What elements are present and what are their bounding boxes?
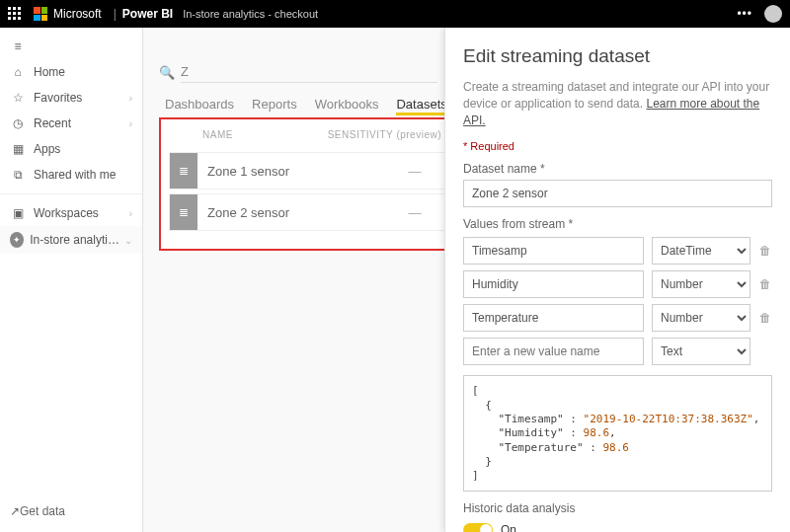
sidebar: ≡ ⌂Home ☆Favorites› ◷Recent› ▦Apps ⧉Shar… xyxy=(0,28,143,532)
shared-icon: ⧉ xyxy=(10,168,26,182)
dataset-name-label: Dataset name * xyxy=(463,162,772,176)
sidebar-item-label: In-store analytics -... xyxy=(30,233,124,247)
stream-field-row: DateTime 🗑 xyxy=(463,237,772,265)
values-label: Values from stream * xyxy=(463,217,772,231)
column-sensitivity: SENSITIVITY (preview) xyxy=(328,129,441,140)
dataset-list: NAME SENSITIVITY (preview) ≣ Zone 1 sens… xyxy=(159,117,455,251)
dataset-name: Zone 2 sensor xyxy=(198,205,385,220)
delete-field-icon[interactable]: 🗑 xyxy=(758,277,772,291)
dataset-icon: ≣ xyxy=(170,194,198,230)
dataset-name-input[interactable] xyxy=(463,180,772,207)
hamburger-icon: ≡ xyxy=(10,39,26,53)
tab-datasets[interactable]: Datasets xyxy=(396,97,446,112)
home-icon: ⌂ xyxy=(10,65,26,79)
tab-reports[interactable]: Reports xyxy=(252,97,297,112)
sidebar-item-label: Apps xyxy=(34,142,60,156)
field-type-select[interactable]: Number xyxy=(652,270,750,298)
top-bar: Microsoft | Power BI In-store analytics … xyxy=(0,0,790,28)
star-icon: ☆ xyxy=(10,91,26,105)
dataset-row[interactable]: ≣ Zone 2 sensor — xyxy=(169,193,445,231)
chevron-right-icon: › xyxy=(129,93,132,104)
new-field-name-input[interactable] xyxy=(463,338,644,365)
apps-icon: ▦ xyxy=(10,142,26,156)
field-name-input[interactable] xyxy=(463,270,644,298)
getdata-icon: ↗ xyxy=(10,504,20,518)
clock-icon: ◷ xyxy=(10,116,26,130)
sidebar-item-label: Workspaces xyxy=(34,206,99,220)
workspaces-icon: ▣ xyxy=(10,206,26,220)
dataset-row[interactable]: ≣ Zone 1 sensor — xyxy=(169,152,445,190)
column-name: NAME xyxy=(202,129,328,140)
app-launcher-icon[interactable] xyxy=(8,7,22,21)
chevron-down-icon: ⌄ xyxy=(124,235,132,246)
search-icon: 🔍 xyxy=(159,65,175,80)
microsoft-logo-icon xyxy=(34,7,47,21)
brand-label: Microsoft xyxy=(53,7,102,21)
historic-toggle[interactable] xyxy=(463,523,493,532)
field-name-input[interactable] xyxy=(463,304,644,332)
new-field-type-select[interactable]: Text xyxy=(652,338,750,365)
edit-dataset-panel: Edit streaming dataset Create a streamin… xyxy=(444,28,790,532)
sidebar-item-label: Shared with me xyxy=(34,168,116,182)
stream-field-row: Number 🗑 xyxy=(463,270,772,298)
search-input[interactable] xyxy=(181,61,437,83)
dataset-name: Zone 1 sensor xyxy=(198,164,385,179)
panel-title: Edit streaming dataset xyxy=(463,45,772,67)
dataset-icon: ≣ xyxy=(170,153,198,189)
context-label: In-store analytics - checkout xyxy=(183,8,318,20)
workspace-badge-icon: ✦ xyxy=(10,232,24,248)
product-label: Power BI xyxy=(122,7,173,21)
sidebar-item-label: Favorites xyxy=(34,91,82,105)
panel-help: Create a streaming dataset and integrate… xyxy=(463,79,772,128)
tab-workbooks[interactable]: Workbooks xyxy=(315,97,379,112)
json-preview: [ { "Timesamp" : "2019-10-22T10:37:38.36… xyxy=(463,375,772,492)
sidebar-item-label: Home xyxy=(34,65,65,79)
stream-field-row: Number 🗑 xyxy=(463,304,772,332)
field-type-select[interactable]: Number xyxy=(652,304,750,332)
sidebar-hamburger[interactable]: ≡ xyxy=(0,34,142,59)
sidebar-item-favorites[interactable]: ☆Favorites› xyxy=(0,85,142,111)
field-name-input[interactable] xyxy=(463,237,644,265)
sidebar-item-workspaces[interactable]: ▣Workspaces› xyxy=(0,200,142,226)
sidebar-item-label: Recent xyxy=(34,116,71,130)
tab-dashboards[interactable]: Dashboards xyxy=(165,97,234,112)
delete-field-icon[interactable]: 🗑 xyxy=(758,311,772,325)
required-note: * Required xyxy=(463,140,772,152)
sidebar-item-label: Get data xyxy=(20,504,65,518)
sidebar-get-data[interactable]: ↗Get data xyxy=(0,498,142,524)
historic-state: On xyxy=(501,523,516,532)
field-type-select[interactable]: DateTime xyxy=(652,237,750,265)
dataset-sensitivity: — xyxy=(385,205,444,220)
more-icon[interactable]: ••• xyxy=(737,7,752,21)
sidebar-item-recent[interactable]: ◷Recent› xyxy=(0,111,142,136)
chevron-right-icon: › xyxy=(129,208,132,219)
sidebar-item-current-workspace[interactable]: ✦ In-store analytics -... ⌄ xyxy=(0,226,142,254)
separator: | xyxy=(114,7,117,21)
sidebar-item-shared[interactable]: ⧉Shared with me xyxy=(0,162,142,188)
avatar[interactable] xyxy=(764,5,782,23)
stream-field-new-row: Text 🗑 xyxy=(463,338,772,365)
dataset-sensitivity: — xyxy=(385,164,444,179)
sidebar-item-apps[interactable]: ▦Apps xyxy=(0,136,142,162)
delete-field-icon[interactable]: 🗑 xyxy=(758,244,772,258)
historic-label: Historic data analysis xyxy=(463,501,772,515)
sidebar-item-home[interactable]: ⌂Home xyxy=(0,59,142,85)
chevron-right-icon: › xyxy=(129,118,132,129)
